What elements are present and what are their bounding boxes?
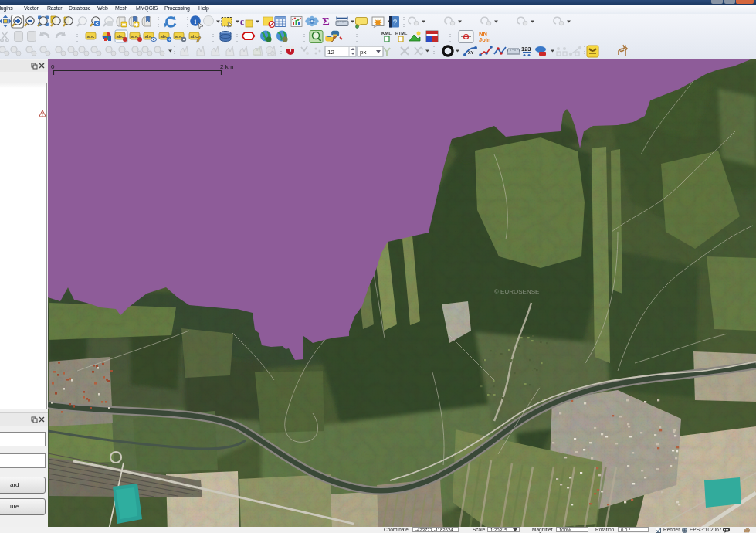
svg-text:abc: abc [117, 34, 124, 39]
svg-text:12: 12 [327, 49, 334, 56]
svg-text:i: i [195, 17, 197, 25]
svg-text:© EUROSENSE: © EUROSENSE [494, 288, 539, 295]
svg-text:HTML: HTML [395, 31, 408, 36]
svg-text:abc: abc [161, 34, 168, 39]
svg-text:abc: abc [131, 34, 139, 39]
svg-text:KML: KML [381, 31, 392, 36]
svg-text:abc: abc [87, 34, 95, 39]
svg-text:Σ: Σ [322, 15, 330, 28]
svg-text:123: 123 [521, 46, 531, 53]
svg-text:0: 0 [51, 63, 55, 70]
svg-text:XY: XY [468, 50, 474, 55]
svg-text:?: ? [393, 19, 398, 27]
svg-text:abc: abc [175, 34, 183, 39]
svg-text:2 km: 2 km [220, 63, 234, 70]
svg-text:Join: Join [479, 36, 491, 43]
svg-text:px: px [360, 49, 366, 56]
svg-text:ε: ε [240, 16, 244, 27]
svg-text:abc: abc [191, 34, 198, 39]
